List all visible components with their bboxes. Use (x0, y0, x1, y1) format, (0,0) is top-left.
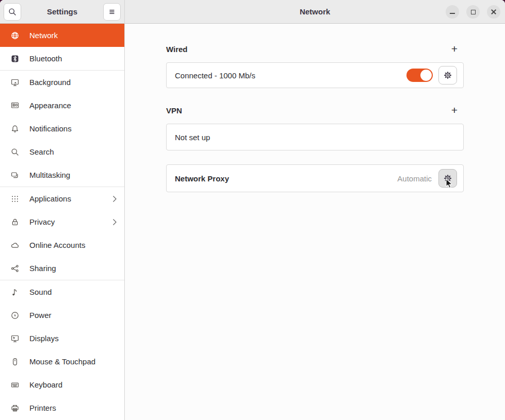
wired-section-title: Wired (166, 45, 188, 54)
magnifier-icon (11, 148, 19, 156)
proxy-mode-value: Automatic (397, 174, 432, 183)
sidebar-item-label: Notifications (29, 124, 117, 133)
sidebar-item-printers[interactable]: Printers (0, 396, 124, 419)
add-vpn-button[interactable]: + (448, 104, 461, 117)
add-wired-connection-button[interactable]: + (448, 42, 461, 56)
main-header: Network (125, 0, 505, 24)
sidebar-header: Settings (0, 0, 124, 24)
sidebar-item-search[interactable]: Search (0, 140, 124, 163)
bell-icon (11, 125, 19, 133)
sidebar-item-label: Bluetooth (29, 54, 117, 63)
maximize-button[interactable] (466, 5, 480, 19)
apps-grid-icon (11, 195, 19, 203)
sidebar-item-multitasking[interactable]: Multitasking (0, 163, 124, 187)
vpn-status-label: Not set up (175, 133, 457, 142)
settings-window: Settings Network Bluetooth (0, 0, 505, 420)
minimize-icon (450, 13, 455, 14)
sidebar-item-online-accounts[interactable]: Online Accounts (0, 233, 124, 257)
gear-icon (444, 71, 452, 79)
sidebar-item-label: Network (29, 31, 117, 40)
sidebar-item-bluetooth[interactable]: Bluetooth (0, 47, 124, 70)
sidebar-item-label: Printers (29, 404, 117, 412)
hamburger-icon (108, 8, 116, 16)
sidebar-item-sharing[interactable]: Sharing (0, 257, 124, 280)
mouse-icon (11, 358, 19, 366)
network-proxy-label: Network Proxy (175, 174, 397, 183)
close-icon (491, 9, 497, 15)
close-button[interactable] (487, 5, 500, 19)
menu-button[interactable] (103, 3, 121, 21)
search-icon (8, 8, 17, 16)
sidebar-item-label: Applications (29, 194, 112, 203)
sidebar: Settings Network Bluetooth (0, 0, 125, 420)
sidebar-item-notifications[interactable]: Notifications (0, 117, 124, 140)
window-controls (446, 0, 500, 24)
sidebar-title: Settings (47, 7, 77, 16)
sidebar-item-network[interactable]: Network (0, 24, 124, 47)
vpn-row: Not set up (166, 124, 464, 150)
sidebar-item-displays[interactable]: Displays (0, 327, 124, 350)
sidebar-item-label: Background (29, 78, 117, 87)
sidebar-item-background[interactable]: Background (0, 71, 124, 94)
appearance-icon (11, 102, 19, 110)
sidebar-item-label: Multitasking (29, 171, 117, 179)
sidebar-item-label: Online Accounts (29, 241, 117, 249)
proxy-settings-button[interactable] (438, 169, 457, 188)
sidebar-item-appearance[interactable]: Appearance (0, 94, 124, 117)
sidebar-item-power[interactable]: Power (0, 304, 124, 327)
multitasking-icon (11, 171, 19, 179)
wired-status-label: Connected - 1000 Mb/s (175, 71, 406, 80)
sidebar-item-applications[interactable]: Applications (0, 187, 124, 210)
cloud-icon (11, 241, 19, 249)
sidebar-item-keyboard[interactable]: Keyboard (0, 373, 124, 396)
chevron-right-icon (112, 219, 117, 226)
sidebar-item-label: Mouse & Touchpad (29, 357, 117, 366)
page-title: Network (300, 7, 330, 16)
sidebar-item-label: Search (29, 147, 117, 156)
sidebar-item-label: Privacy (29, 217, 112, 226)
toggle-knob (420, 70, 432, 81)
music-note-icon (11, 288, 19, 296)
sidebar-item-label: Sharing (29, 264, 117, 273)
gear-icon (444, 174, 452, 182)
chevron-right-icon (112, 195, 117, 203)
sidebar-item-label: Power (29, 311, 117, 320)
sidebar-item-label: Sound (29, 288, 117, 296)
vpn-section-header: VPN + (166, 105, 464, 115)
background-icon (11, 78, 19, 87)
lock-icon (11, 218, 19, 226)
sidebar-item-sound[interactable]: Sound (0, 280, 124, 304)
sidebar-item-label: Appearance (29, 101, 117, 110)
network-proxy-row: Network Proxy Automatic (166, 164, 464, 192)
wired-toggle[interactable] (406, 69, 433, 82)
network-content: Wired + Connected - 1000 Mb/s (125, 24, 505, 420)
wired-section-header: Wired + (166, 44, 464, 54)
maximize-icon (471, 10, 476, 14)
main-panel: Network Wired + Connected - 1000 Mb/s (125, 0, 505, 420)
sidebar-item-label: Keyboard (29, 380, 117, 389)
sidebar-item-privacy[interactable]: Privacy (0, 210, 124, 233)
vpn-section-title: VPN (166, 106, 182, 115)
wired-settings-button[interactable] (438, 66, 457, 85)
search-button[interactable] (4, 3, 21, 21)
minimize-button[interactable] (446, 5, 459, 19)
globe-icon (11, 31, 19, 40)
share-icon (11, 264, 19, 273)
bluetooth-icon (11, 55, 19, 63)
keyboard-icon (11, 381, 19, 389)
sidebar-item-label: Displays (29, 334, 117, 343)
printer-icon (11, 404, 19, 412)
power-icon (11, 311, 19, 320)
sidebar-list: Network Bluetooth Background Appeara (0, 24, 124, 420)
sidebar-item-mouse-touchpad[interactable]: Mouse & Touchpad (0, 350, 124, 373)
display-icon (11, 334, 19, 343)
wired-connection-row: Connected - 1000 Mb/s (166, 62, 464, 88)
